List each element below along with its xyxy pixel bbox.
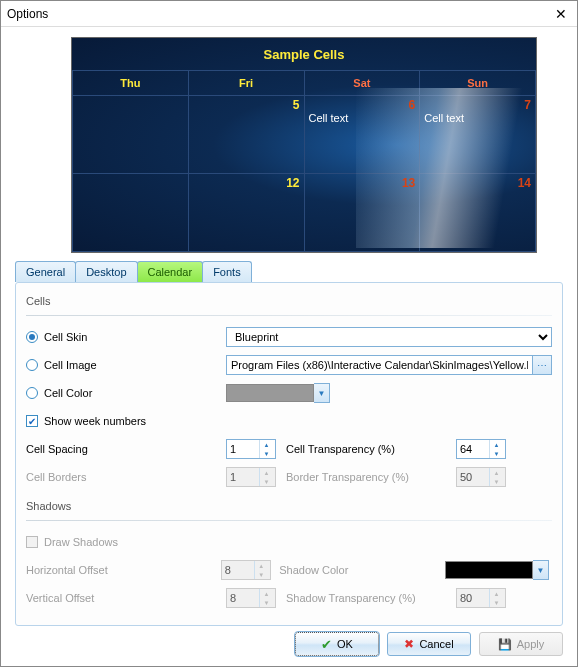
border-transparency-spinner: ▲▼ (456, 467, 506, 487)
tab-general[interactable]: General (15, 261, 76, 282)
tab-desktop[interactable]: Desktop (75, 261, 137, 282)
check-icon: ✔ (321, 637, 332, 652)
tab-fonts[interactable]: Fonts (202, 261, 252, 282)
disk-icon: 💾 (498, 638, 512, 651)
cell-transparency-spinner[interactable]: ▲▼ (456, 439, 506, 459)
apply-button: 💾Apply (479, 632, 563, 656)
cell-color-swatch[interactable] (226, 384, 314, 402)
cell-image-input[interactable] (226, 355, 532, 375)
group-shadows: Shadows (26, 500, 552, 512)
settings-panel: Cells Cell Skin Blueprint Cell Image ⋯ C… (15, 282, 563, 626)
tab-calendar[interactable]: Calendar (137, 261, 204, 282)
draw-shadows-checkbox (26, 536, 38, 548)
x-icon: ✖ (404, 637, 414, 651)
preview-pane: Sample Cells Thu Fri Sat Sun 5 6Cell tex… (71, 37, 537, 253)
cell-spacing-spinner[interactable]: ▲▼ (226, 439, 276, 459)
close-icon[interactable]: ✕ (551, 6, 571, 22)
tab-bar: General Desktop Calendar Fonts (15, 261, 577, 282)
window-title: Options (7, 7, 551, 21)
browse-button[interactable]: ⋯ (532, 355, 552, 375)
preview-header-row: Thu Fri Sat Sun (73, 71, 536, 96)
cancel-button[interactable]: ✖Cancel (387, 632, 471, 656)
radio-cell-color[interactable] (26, 387, 38, 399)
h-offset-spinner: ▲▼ (221, 560, 271, 580)
radio-cell-image[interactable] (26, 359, 38, 371)
cell-borders-spinner: ▲▼ (226, 467, 276, 487)
group-cells: Cells (26, 295, 552, 307)
ok-button[interactable]: ✔OK (295, 632, 379, 656)
dialog-buttons: ✔OK ✖Cancel 💾Apply (295, 632, 563, 656)
shadow-transparency-spinner: ▲▼ (456, 588, 506, 608)
radio-cell-skin[interactable] (26, 331, 38, 343)
v-offset-spinner: ▲▼ (226, 588, 276, 608)
show-week-checkbox[interactable]: ✔ (26, 415, 38, 427)
preview-row: 5 6Cell text 7Cell text (73, 96, 536, 174)
cell-color-dropdown[interactable]: ▼ (314, 383, 330, 403)
titlebar: Options ✕ (1, 1, 577, 27)
shadow-color-swatch (445, 561, 533, 579)
preview-row: 12 13 14 (73, 174, 536, 252)
cell-skin-select[interactable]: Blueprint (226, 327, 552, 347)
shadow-color-dropdown: ▼ (533, 560, 549, 580)
preview-title: Sample Cells (73, 38, 536, 71)
